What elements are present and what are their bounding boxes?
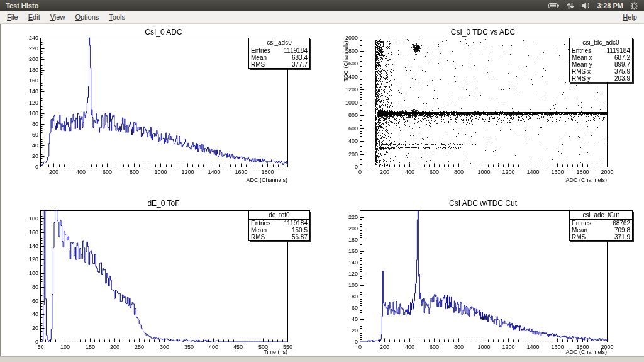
x-axis-title: ADC (Channels) bbox=[162, 177, 287, 183]
window-bottom-strip bbox=[0, 356, 644, 362]
stats-value: 1119184 bbox=[284, 220, 308, 227]
root-canvas: CsI_0 ADC ADC (Channels) csi_adc0Entries… bbox=[0, 24, 644, 356]
stats-label: RMS y bbox=[572, 75, 591, 82]
stats-row: RMS y203.9 bbox=[570, 75, 632, 82]
battery-icon[interactable] bbox=[548, 3, 560, 9]
stats-value: 68762 bbox=[613, 220, 630, 227]
pad-de-tof: dE_0 ToF Time (ns) de_tof0Entries1119184… bbox=[1, 190, 323, 356]
stats-row: RMS x375.9 bbox=[570, 68, 632, 75]
stats-value: 709.8 bbox=[614, 227, 630, 234]
menu-tools[interactable]: Tools bbox=[104, 12, 130, 22]
stats-row: Mean150.5 bbox=[249, 227, 309, 234]
system-tray: 3:28 PM bbox=[548, 2, 638, 10]
stats-label: Entries bbox=[572, 47, 591, 54]
menu-view[interactable]: View bbox=[45, 12, 70, 22]
stats-value: 375.9 bbox=[614, 68, 630, 75]
stats-value: 899.7 bbox=[614, 61, 630, 68]
stats-value: 1119184 bbox=[284, 47, 308, 54]
stats-value: 371.9 bbox=[614, 234, 630, 240]
stats-value: 150.5 bbox=[292, 227, 308, 234]
menu-options[interactable]: Options bbox=[70, 12, 104, 22]
menu-file[interactable]: File bbox=[2, 12, 23, 22]
menu-help[interactable]: Help bbox=[618, 12, 642, 22]
stats-value: 683.4 bbox=[292, 54, 308, 61]
stats-label: RMS bbox=[251, 234, 265, 240]
y-axis-title: TDC (Channels) bbox=[343, 17, 349, 105]
pad-csi-adc: CsI_0 ADC ADC (Channels) csi_adc0Entries… bbox=[1, 24, 323, 190]
stats-box-title: csi_adc_tCut bbox=[570, 211, 632, 220]
stats-row: Mean683.4 bbox=[249, 54, 309, 61]
menubar: FileEditViewOptionsTools Help bbox=[0, 11, 644, 23]
stats-row: Entries1119184 bbox=[570, 47, 632, 54]
stats-box-title: csi_adc0 bbox=[249, 38, 309, 47]
stats-row: RMS371.9 bbox=[570, 234, 632, 240]
chart-title: CsI ADC w/TDC Cut bbox=[389, 199, 577, 208]
x-axis-title: ADC (Channels) bbox=[481, 349, 607, 355]
stats-label: RMS x bbox=[572, 68, 591, 75]
stats-row: Mean709.8 bbox=[570, 227, 632, 234]
stats-label: Mean bbox=[251, 54, 267, 61]
stats-row: RMS56.87 bbox=[249, 234, 309, 240]
chart-title: CsI_0 TDC vs ADC bbox=[389, 28, 577, 37]
clock[interactable]: 3:28 PM bbox=[597, 2, 623, 9]
stats-label: Entries bbox=[251, 220, 270, 227]
stats-value: 377.7 bbox=[292, 61, 308, 68]
menubar-left: FileEditViewOptionsTools bbox=[2, 13, 130, 21]
window-titlebar[interactable]: Test Histo 3:28 PM bbox=[0, 0, 644, 11]
stats-label: Entries bbox=[251, 47, 270, 54]
pad-csi-tdc-vs-adc: CsI_0 TDC vs ADC ADC (Channels) TDC (Cha… bbox=[323, 24, 644, 190]
gear-icon[interactable] bbox=[630, 2, 638, 10]
stats-row: Entries68762 bbox=[570, 220, 632, 227]
stats-label: Mean bbox=[251, 227, 267, 234]
stats-row: RMS377.7 bbox=[249, 61, 309, 68]
stats-box[interactable]: csi_adc_tCutEntries68762Mean709.8RMS371.… bbox=[569, 210, 633, 241]
stats-label: Entries bbox=[572, 220, 591, 227]
volume-icon[interactable] bbox=[581, 2, 590, 9]
stats-box[interactable]: csi_adc0Entries1119184Mean683.4RMS377.7 bbox=[248, 38, 310, 69]
chart-title: dE_0 ToF bbox=[69, 199, 258, 208]
pad-csi-adc-tdc-cut: CsI ADC w/TDC Cut ADC (Channels) csi_adc… bbox=[323, 190, 644, 356]
menubar-right: Help bbox=[618, 13, 642, 21]
stats-box[interactable]: csi_tdc_adc0Entries1119184Mean x687.2Mea… bbox=[569, 38, 633, 82]
stats-row: Entries1119184 bbox=[249, 220, 309, 227]
stats-value: 203.9 bbox=[614, 75, 630, 82]
stats-value: 56.87 bbox=[292, 234, 308, 240]
stats-box-title: csi_tdc_adc0 bbox=[570, 38, 632, 47]
stats-label: Mean x bbox=[572, 54, 592, 61]
stats-label: Mean bbox=[572, 227, 587, 234]
network-arrows-icon[interactable] bbox=[567, 2, 574, 9]
stats-label: RMS bbox=[251, 61, 265, 68]
stats-value: 1119184 bbox=[607, 47, 630, 54]
x-axis-title: Time (ns) bbox=[162, 349, 287, 355]
stats-row: Mean x687.2 bbox=[570, 54, 632, 61]
stats-value: 687.2 bbox=[614, 54, 630, 61]
stats-box[interactable]: de_tof0Entries1119184Mean150.5RMS56.87 bbox=[248, 210, 310, 241]
stats-label: Mean y bbox=[572, 61, 592, 68]
window-title: Test Histo bbox=[6, 2, 38, 9]
x-axis-title: ADC (Channels) bbox=[481, 177, 607, 183]
menu-edit[interactable]: Edit bbox=[23, 12, 45, 22]
stats-box-title: de_tof0 bbox=[249, 211, 309, 220]
stats-row: Entries1119184 bbox=[249, 47, 309, 54]
stats-row: Mean y899.7 bbox=[570, 61, 632, 68]
stats-label: RMS bbox=[572, 234, 586, 240]
chart-title: CsI_0 ADC bbox=[69, 28, 258, 37]
